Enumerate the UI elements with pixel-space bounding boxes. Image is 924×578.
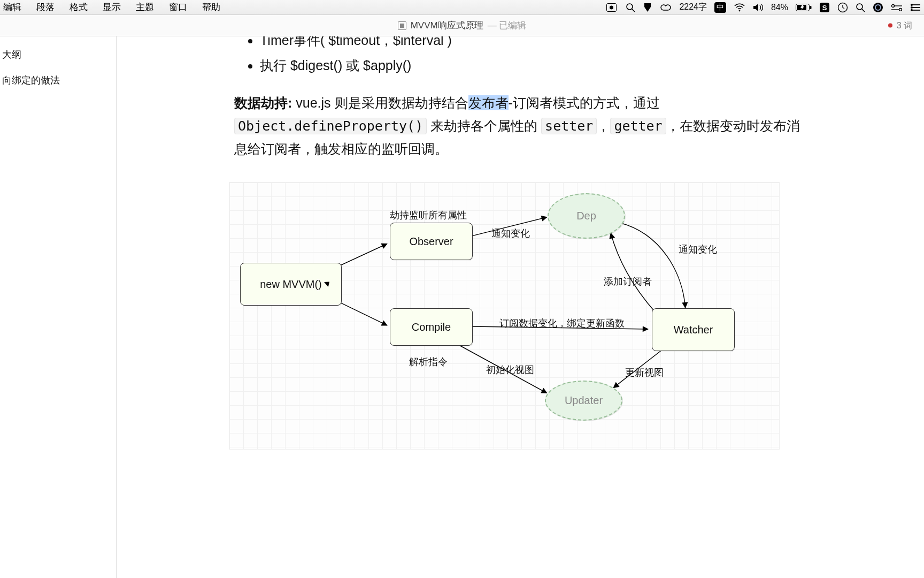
svg-point-2 bbox=[627, 4, 633, 10]
svg-point-23 bbox=[911, 6, 913, 9]
label-compile-bottom: 解析指令 bbox=[409, 354, 448, 370]
node-dep: Dep bbox=[548, 193, 625, 239]
label-observer-top: 劫持监听所有属性 bbox=[390, 207, 467, 224]
bullet-list[interactable]: Timer事件( $timeout，$interval ) 执行 $digest… bbox=[234, 36, 812, 77]
creative-cloud-icon[interactable] bbox=[660, 3, 672, 12]
document-title-group: MVVM响应式原理 — 已编辑 bbox=[398, 19, 527, 32]
document-edited-label: — 已编辑 bbox=[488, 19, 527, 32]
menu-window[interactable]: 窗口 bbox=[169, 1, 187, 13]
svg-point-4 bbox=[739, 10, 741, 11]
label-dep-to-watcher: 通知变化 bbox=[679, 241, 717, 258]
s-app-icon[interactable]: S bbox=[819, 2, 830, 13]
clock-icon[interactable] bbox=[837, 2, 848, 13]
para-text: vue.js 则是采用数据劫持结合 bbox=[292, 95, 468, 110]
bullet-item[interactable]: 执行 $digest() 或 $apply() bbox=[260, 54, 812, 77]
menu-format[interactable]: 格式 bbox=[70, 1, 88, 13]
battery-icon[interactable] bbox=[796, 4, 812, 11]
ime-indicator[interactable]: 中 bbox=[714, 2, 726, 13]
editor-area[interactable]: Timer事件( $timeout，$interval ) 执行 $digest… bbox=[117, 36, 924, 578]
svg-text:S: S bbox=[822, 4, 827, 12]
spotlight-icon[interactable] bbox=[856, 3, 865, 12]
para-highlighted: 发布者 bbox=[468, 95, 509, 110]
hammer-icon[interactable] bbox=[643, 3, 652, 12]
node-compile: Compile bbox=[390, 308, 473, 346]
char-count: 2224字 bbox=[679, 2, 707, 13]
svg-point-11 bbox=[857, 4, 863, 10]
label-watcher-to-dep: 添加订阅者 bbox=[604, 273, 652, 290]
outline-item[interactable]: 向绑定的做法 bbox=[0, 72, 116, 89]
bullet-item[interactable]: Timer事件( $timeout，$interval ) bbox=[260, 36, 812, 52]
search-icon[interactable] bbox=[626, 3, 635, 12]
svg-point-1 bbox=[610, 5, 613, 9]
label-compile-updater: 初始化视图 bbox=[486, 362, 534, 378]
label-compile-watcher: 订阅数据变化，绑定更新函数 bbox=[499, 315, 625, 332]
word-count: 3 词 bbox=[897, 20, 912, 31]
menubar-left: 编辑 段落 格式 显示 主题 窗口 帮助 bbox=[3, 1, 228, 13]
document-title: MVVM响应式原理 bbox=[411, 19, 483, 32]
label-observer-to-dep: 通知变化 bbox=[491, 225, 530, 242]
svg-point-22 bbox=[911, 4, 913, 6]
para-text: ， bbox=[597, 118, 610, 133]
para-text: -订阅者模式的方式，通过 bbox=[509, 95, 660, 110]
menu-edit[interactable]: 编辑 bbox=[3, 1, 21, 13]
svg-line-12 bbox=[862, 9, 865, 12]
svg-rect-7 bbox=[810, 6, 812, 9]
document-tabbar: MVVM响应式原理 — 已编辑 3 词 bbox=[0, 15, 924, 36]
battery-percent: 84% bbox=[771, 3, 788, 12]
notification-center-icon[interactable] bbox=[910, 3, 921, 12]
node-observer: Observer bbox=[390, 223, 473, 260]
screen-record-icon[interactable] bbox=[606, 3, 618, 12]
svg-point-24 bbox=[911, 9, 913, 11]
svg-point-15 bbox=[892, 4, 895, 7]
code-setter: setter bbox=[541, 118, 597, 134]
mvvm-diagram: new MVVM() Observer Compile Dep Watcher … bbox=[229, 182, 780, 450]
control-center-icon[interactable] bbox=[891, 4, 903, 11]
page-content[interactable]: Timer事件( $timeout，$interval ) 执行 $digest… bbox=[234, 36, 812, 450]
para-bold-lead: 数据劫持: bbox=[234, 95, 292, 110]
node-updater: Updater bbox=[545, 381, 622, 421]
code-getter: getter bbox=[610, 118, 666, 134]
siri-icon[interactable] bbox=[873, 2, 883, 13]
main-split: 大纲 向绑定的做法 Timer事件( $timeout，$interval ) … bbox=[0, 36, 924, 578]
outline-sidebar[interactable]: 大纲 向绑定的做法 bbox=[0, 36, 117, 578]
para-text: 来劫持各个属性的 bbox=[427, 118, 541, 133]
wifi-icon[interactable] bbox=[734, 3, 745, 12]
svg-point-17 bbox=[899, 8, 902, 11]
svg-point-13 bbox=[873, 3, 883, 12]
word-count-group: 3 词 bbox=[888, 20, 912, 31]
outline-heading: 大纲 bbox=[0, 46, 116, 72]
svg-line-3 bbox=[632, 9, 635, 12]
menu-help[interactable]: 帮助 bbox=[202, 1, 220, 13]
menu-view[interactable]: 显示 bbox=[103, 1, 121, 13]
menu-paragraph[interactable]: 段落 bbox=[36, 1, 55, 13]
menubar-right: 2224字 中 84% S bbox=[606, 2, 921, 13]
code-defineproperty: Object.defineProperty() bbox=[234, 118, 427, 134]
document-icon bbox=[398, 21, 406, 30]
label-watcher-updater: 更新视图 bbox=[625, 364, 664, 381]
volume-icon[interactable] bbox=[753, 3, 764, 12]
menu-theme[interactable]: 主题 bbox=[136, 1, 154, 13]
node-watcher: Watcher bbox=[652, 308, 735, 351]
macos-menubar: 编辑 段落 格式 显示 主题 窗口 帮助 2224字 中 84% bbox=[0, 0, 924, 15]
unsaved-dot-icon bbox=[888, 24, 892, 28]
paragraph-data-hijack[interactable]: 数据劫持: vue.js 则是采用数据劫持结合发布者-订阅者模式的方式，通过 O… bbox=[234, 92, 812, 161]
